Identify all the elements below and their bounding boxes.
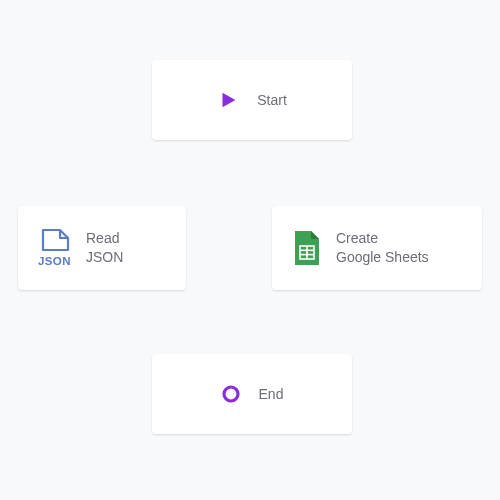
circle-icon [221, 384, 241, 404]
play-icon [217, 89, 239, 111]
workflow-node-create-sheets[interactable]: Create Google Sheets [272, 206, 482, 290]
node-label: Start [257, 91, 287, 110]
node-label: Create Google Sheets [336, 229, 429, 267]
workflow-node-end[interactable]: End [152, 354, 352, 434]
workflow-node-start[interactable]: Start [152, 60, 352, 140]
node-label: Read JSON [86, 229, 123, 267]
sheets-icon [292, 229, 322, 267]
node-label: End [259, 385, 284, 404]
svg-text:JSON: JSON [38, 255, 71, 267]
workflow-node-read-json[interactable]: JSON Read JSON [18, 206, 186, 290]
svg-point-5 [224, 387, 238, 401]
json-icon: JSON [38, 228, 72, 268]
